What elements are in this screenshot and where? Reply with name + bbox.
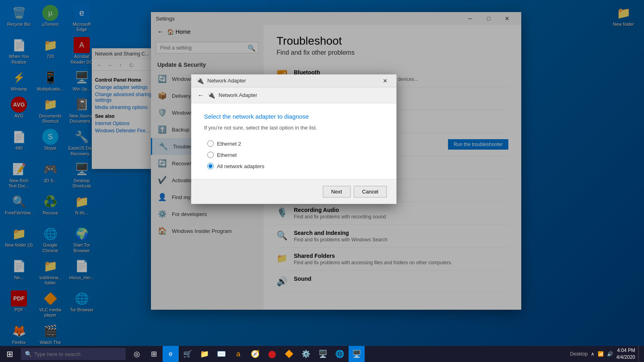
taskbar: ⊞ 🔍 ◎ ⊞ e 🛒 📁 ✉️ a 🧭 ⬤ 🔶 ⚙️ 🖥️ 🌐 🖥️ Desk… [0,346,644,362]
taskbar-files-btn[interactable]: 🖥️ [349,346,365,362]
volume-tray-icon[interactable]: 🔊 [607,351,613,357]
dialog-hint: If you're not sure, select the last opti… [204,125,384,131]
radio-ethernet2[interactable]: Ethernet 2 [207,140,384,147]
taskbar-store[interactable]: ⊞ [146,346,162,362]
ethernet2-label: Ethernet 2 [217,141,241,147]
chevron-up-icon[interactable]: ∧ [591,351,594,357]
all-adapters-radio[interactable] [207,163,214,169]
dialog-back-bar: ← 🔌 Network Adapter [191,87,396,103]
taskbar-settings-btn[interactable]: ⚙️ [298,346,314,362]
taskbar-onenote-btn[interactable]: 🖥️ [315,346,331,362]
dialog-close-button[interactable]: ✕ [379,75,392,86]
network-tray-icon[interactable]: 📶 [598,351,604,357]
taskbar-vlc-btn[interactable]: 🔶 [281,346,297,362]
taskbar-clock[interactable]: 4:04 PM 4/4/2020 [616,347,635,361]
desktop: 🗑️ Recycle Bin µ µTorrent e Microsoft Ed… [0,0,644,346]
clock-date: 4/4/2020 [616,354,635,361]
all-adapters-label: All network adapters [217,163,264,169]
dialog-network-icon: 🔌 [196,77,204,84]
ethernet2-radio[interactable] [207,140,214,147]
search-icon: 🔍 [25,351,32,357]
dialog-back-title: Network Adapter [219,92,257,98]
next-button[interactable]: Next [323,186,351,197]
taskbar-opera-btn[interactable]: ⬤ [264,346,280,362]
taskbar-task-view[interactable]: ◎ [129,346,145,362]
taskbar-pinned-icons: ◎ ⊞ e 🛒 📁 ✉️ a 🧭 ⬤ 🔶 ⚙️ 🖥️ 🌐 🖥️ [129,346,365,362]
ethernet-radio[interactable] [207,152,214,158]
dialog-body: Select the network adapter to diagnose I… [191,103,396,179]
ethernet-label: Ethernet [217,152,237,158]
taskbar-microsoft-store-btn[interactable]: 🛒 [180,346,196,362]
taskbar-edge-btn[interactable]: e [163,346,179,362]
dialog-subtitle: Select the network adapter to diagnose [204,113,384,120]
dialog-footer: Next Cancel [191,179,396,204]
dialog-back-network-icon: 🔌 [207,91,215,99]
clock-time: 4:04 PM [616,347,635,354]
taskbar-tripadvisor-btn[interactable]: 🧭 [247,346,263,362]
taskbar-amazon-btn[interactable]: a [230,346,246,362]
desktop-label: Desktop [570,351,588,357]
taskbar-chrome-btn[interactable]: 🌐 [332,346,348,362]
taskbar-explorer-btn[interactable]: 📁 [196,346,213,362]
taskbar-mail-btn[interactable]: ✉️ [213,346,229,362]
dialog-back-button[interactable]: ← [198,92,204,99]
network-adapter-dialog: 🔌 Network Adapter ✕ ← 🔌 Network Adapter … [191,74,396,204]
dialog-titlebar: 🔌 Network Adapter ✕ [191,74,396,87]
taskbar-search-input[interactable] [34,351,115,357]
start-button[interactable]: ⊞ [0,346,19,362]
adapter-radio-group: Ethernet 2 Ethernet All network adapters [207,140,384,169]
taskbar-search-box[interactable]: 🔍 [21,348,126,360]
cancel-button[interactable]: Cancel [354,186,387,197]
dialog-title-text: Network Adapter [207,78,379,84]
show-desktop-btn[interactable] [638,346,641,362]
radio-all-adapters[interactable]: All network adapters [207,163,384,169]
radio-ethernet[interactable]: Ethernet [207,152,384,158]
taskbar-right-area: Desktop ∧ 📶 🔊 4:04 PM 4/4/2020 [570,346,644,362]
